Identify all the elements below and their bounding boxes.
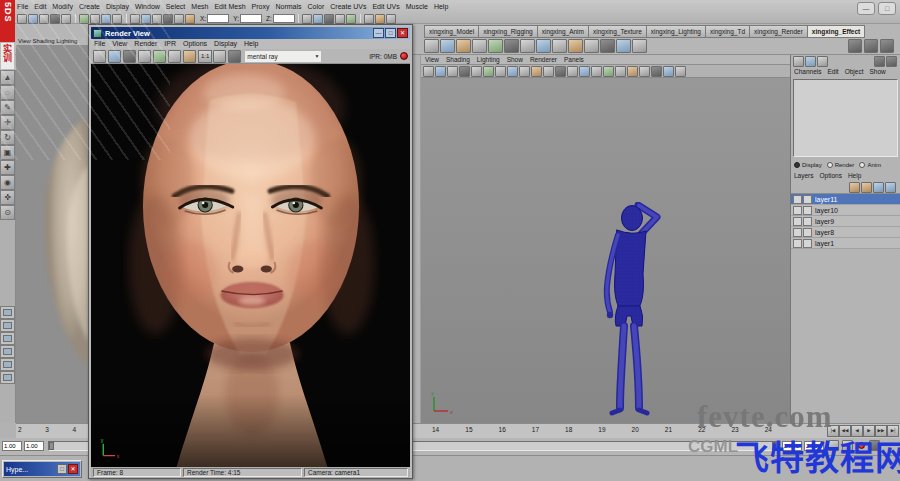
viewport-menu-item[interactable]: View	[425, 55, 439, 64]
left-viewport-menu-text[interactable]: View Shading Lighting	[18, 37, 77, 45]
shelf-icon[interactable]	[504, 39, 519, 53]
menu-item[interactable]: Modify	[52, 1, 73, 12]
rendered-image-area[interactable]: y x	[91, 64, 410, 467]
viewport-toolbar-icon[interactable]	[639, 66, 650, 77]
universal-manip-tool-icon[interactable]: ✚	[0, 160, 15, 175]
snap-icon[interactable]	[130, 14, 140, 24]
module-tab[interactable]: xingxing_Anim	[537, 25, 588, 38]
channel-box-menu-item[interactable]: Channels	[794, 67, 821, 77]
y-field[interactable]	[240, 14, 262, 23]
viewport-toolbar-icon[interactable]	[579, 66, 590, 77]
character-set-icon[interactable]	[828, 440, 839, 451]
layer-display-toggle[interactable]	[803, 195, 812, 204]
remove-image-icon[interactable]	[183, 50, 196, 63]
layer-row[interactable]: layer9	[791, 216, 900, 227]
shelf-icon[interactable]	[600, 39, 615, 53]
viewport-menu-item[interactable]: Lighting	[477, 55, 500, 64]
layer-mode-radio[interactable]: Render	[827, 162, 855, 168]
status-icon[interactable]	[386, 14, 396, 24]
layer-row[interactable]: layer10	[791, 205, 900, 216]
paint-select-tool-icon[interactable]: ✎	[0, 100, 15, 115]
status-icon[interactable]	[375, 14, 385, 24]
render-view-menu-item[interactable]: View	[112, 39, 127, 49]
move-layer-down-icon[interactable]	[885, 182, 896, 193]
status-icon[interactable]	[39, 14, 49, 24]
shelf-icon[interactable]	[520, 39, 535, 53]
viewport-toolbar-icon[interactable]	[591, 66, 602, 77]
animation-preferences-icon[interactable]	[869, 440, 880, 451]
animation-end-field[interactable]	[804, 441, 824, 451]
viewport-toolbar-icon[interactable]	[627, 66, 638, 77]
layer-editor-menu-item[interactable]: Options	[820, 171, 842, 181]
status-icon[interactable]	[346, 14, 356, 24]
sidebar-icon[interactable]	[874, 56, 885, 67]
menu-item[interactable]: Window	[135, 1, 160, 12]
render-region-icon[interactable]	[108, 50, 121, 63]
viewport-toolbar-icon[interactable]	[483, 66, 494, 77]
lasso-tool-icon[interactable]: ◌	[0, 85, 15, 100]
playback-button[interactable]: |◀	[827, 425, 839, 437]
viewport-toolbar-icon[interactable]	[423, 66, 434, 77]
new-layer-assign-icon[interactable]	[861, 182, 872, 193]
playback-start-field[interactable]	[24, 441, 44, 451]
playback-button[interactable]: ◀◀	[839, 425, 851, 437]
viewport-toolbar-icon[interactable]	[543, 66, 554, 77]
redo-render-icon[interactable]	[93, 50, 106, 63]
maximize-button[interactable]: □	[385, 28, 396, 38]
viewport-toolbar-icon[interactable]	[435, 66, 446, 77]
layer-visibility-toggle[interactable]	[793, 239, 802, 248]
status-icon[interactable]	[79, 14, 89, 24]
playback-button[interactable]: ▶	[863, 425, 875, 437]
viewport-toolbar-icon[interactable]	[459, 66, 470, 77]
layer-display-toggle[interactable]	[803, 239, 812, 248]
menu-item[interactable]: Display	[106, 1, 129, 12]
playback-button[interactable]: ◀	[851, 425, 863, 437]
shelf-icon[interactable]	[440, 39, 455, 53]
layer-visibility-toggle[interactable]	[793, 206, 802, 215]
shelf-icon[interactable]	[536, 39, 551, 53]
snap-icon[interactable]	[152, 14, 162, 24]
module-tab[interactable]: xingxing_Td	[705, 25, 749, 38]
layout-hypershade-button[interactable]	[0, 358, 15, 371]
module-tab[interactable]: xingxing_Render	[749, 25, 807, 38]
viewport-toolbar-icon[interactable]	[519, 66, 530, 77]
select-tool-icon[interactable]: ▲	[0, 70, 15, 85]
viewport-toolbar-icon[interactable]	[675, 66, 686, 77]
viewport-toolbar-icon[interactable]	[567, 66, 578, 77]
tool-settings-toggle-icon[interactable]	[864, 39, 878, 53]
shelf-icon[interactable]	[616, 39, 631, 53]
menu-item[interactable]: Edit Mesh	[214, 1, 245, 12]
viewport-menu-item[interactable]: Show	[507, 55, 523, 64]
layer-row[interactable]: layer1	[791, 238, 900, 249]
playback-button[interactable]: ▶▶	[875, 425, 887, 437]
render-view-menu-item[interactable]: Render	[134, 39, 157, 49]
status-icon[interactable]	[101, 14, 111, 24]
ipr-stop-icon[interactable]	[400, 52, 408, 60]
viewport-toolbar-icon[interactable]	[651, 66, 662, 77]
render-view-menu-item[interactable]: IPR	[164, 39, 176, 49]
render-view-menu-item[interactable]: Display	[214, 39, 237, 49]
shelf-icon[interactable]	[472, 39, 487, 53]
shelf-icon[interactable]	[568, 39, 583, 53]
viewport-toolbar-icon[interactable]	[495, 66, 506, 77]
shelf-icon[interactable]	[424, 39, 439, 53]
rotate-tool-icon[interactable]: ↻	[0, 130, 15, 145]
rgb-channel-icon[interactable]	[213, 50, 226, 63]
last-tool-icon[interactable]: ⊙	[0, 205, 15, 220]
x-field[interactable]	[207, 14, 229, 23]
status-icon[interactable]	[28, 14, 38, 24]
render-view-menu-item[interactable]: Options	[183, 39, 207, 49]
ipr-render-icon[interactable]	[313, 14, 323, 24]
snap-icon[interactable]	[141, 14, 151, 24]
layout-four-view-button[interactable]	[0, 319, 15, 332]
menu-item[interactable]: Create	[79, 1, 100, 12]
playback-options-icon[interactable]	[842, 440, 853, 451]
layer-editor-menu-item[interactable]: Layers	[794, 171, 814, 181]
viewport-menu-item[interactable]: Shading	[446, 55, 470, 64]
viewport-toolbar-icon[interactable]	[507, 66, 518, 77]
attribute-editor-toggle-icon[interactable]	[848, 39, 862, 53]
close-button[interactable]: ✕	[397, 28, 408, 38]
menu-item[interactable]: Edit	[34, 1, 46, 12]
minimize-button[interactable]: —	[857, 2, 875, 15]
viewport-toolbar-icon[interactable]	[555, 66, 566, 77]
